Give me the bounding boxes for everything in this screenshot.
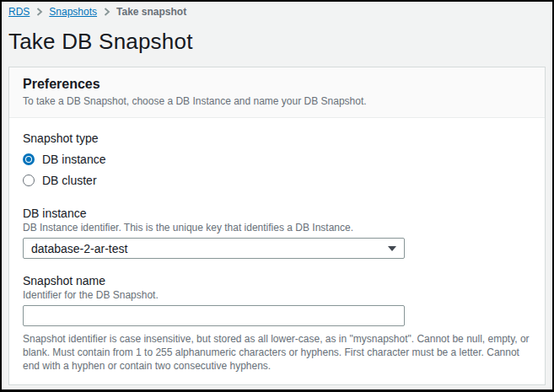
snapshot-type-label: Snapshot type [23,132,531,145]
panel-header: Preferences To take a DB Snapshot, choos… [9,67,545,118]
breadcrumb-chevron-icon [103,8,110,16]
radio-option-label: DB instance [42,153,105,166]
radio-selected-icon[interactable] [23,153,35,165]
snapshot-name-input[interactable] [23,305,405,326]
db-instance-label: DB instance [23,207,531,220]
caret-down-icon [388,246,396,251]
snapshot-name-label: Snapshot name [23,274,531,287]
panel-description: To take a DB Snapshot, choose a DB Insta… [23,95,531,107]
db-instance-selected-value: database-2-ar-test [31,242,127,255]
radio-option-label: DB cluster [42,174,97,187]
db-instance-field: DB instance DB Instance identifier. This… [23,207,531,259]
panel-body: Snapshot type DB instance DB cluster DB … [9,118,545,384]
breadcrumb-current: Take snapshot [116,6,186,18]
radio-unselected-icon[interactable] [23,175,35,186]
snapshot-name-field: Snapshot name Identifier for the DB Snap… [23,274,531,373]
breadcrumb-chevron-icon [35,8,43,16]
snapshot-type-radio-group: DB instance DB cluster [23,153,531,187]
snapshot-name-description: Identifier for the DB Snapshot. [23,289,531,301]
db-instance-description: DB Instance identifier. This is the uniq… [23,222,531,234]
page-title: Take DB Snapshot [8,29,546,55]
radio-option-db-cluster[interactable]: DB cluster [23,174,531,187]
snapshot-name-constraint: Snapshot identifier is case insensitive,… [23,333,531,373]
db-instance-select[interactable]: database-2-ar-test [23,238,405,259]
breadcrumb: RDS Snapshots Take snapshot [8,6,546,18]
breadcrumb-link-rds[interactable]: RDS [8,6,30,18]
breadcrumb-link-snapshots[interactable]: Snapshots [49,6,97,18]
panel-title: Preferences [23,77,531,92]
preferences-panel: Preferences To take a DB Snapshot, choos… [8,67,546,385]
radio-option-db-instance[interactable]: DB instance [23,153,531,166]
page: RDS Snapshots Take snapshot Take DB Snap… [2,2,552,392]
